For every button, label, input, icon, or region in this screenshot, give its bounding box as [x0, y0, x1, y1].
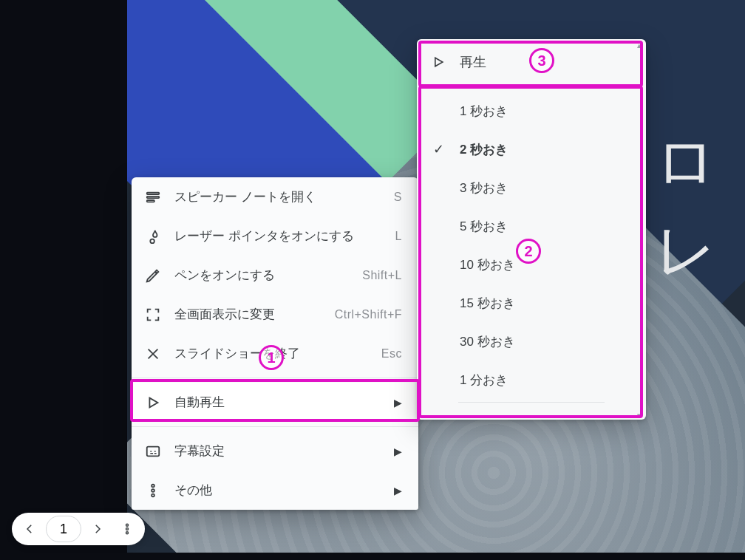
svg-point-6 [152, 494, 154, 496]
menu-item-label: スピーカー ノートを開く [174, 188, 394, 205]
menu-item-label: レーザー ポインタをオンにする [174, 228, 395, 245]
submenu-item-label: 1 分おき [460, 372, 646, 389]
chevron-right-icon: ▶ [394, 485, 418, 496]
menu-item-shortcut: Ctrl+Shift+F [335, 308, 418, 321]
menu-separator [132, 426, 418, 427]
svg-point-8 [126, 528, 129, 530]
submenu-item-label: 2 秒おき [460, 141, 646, 158]
laser-pointer-icon [132, 228, 174, 245]
menu-item-speaker-notes[interactable]: スピーカー ノートを開く S [132, 177, 418, 216]
next-slide-button[interactable] [83, 514, 112, 544]
autoplay-submenu: 再生 1 秒おき ✓ 2 秒おき 3 秒おき 5 秒おき 10 秒おき [417, 39, 646, 420]
submenu-item-every-1m[interactable]: 1 分おき [417, 361, 646, 399]
submenu-item-every-5s[interactable]: 5 秒おき [417, 207, 646, 245]
submenu-item-every-3s[interactable]: 3 秒おき [417, 168, 646, 207]
menu-item-exit-slideshow[interactable]: スライドショーを終了 Esc [132, 334, 418, 373]
presenter-options-menu: スピーカー ノートを開く S レーザー ポインタをオンにする L ペンをオンにす… [132, 177, 418, 510]
play-icon [417, 55, 460, 69]
menu-item-pen[interactable]: ペンをオンにする Shift+L [132, 256, 418, 295]
svg-point-5 [152, 489, 154, 492]
submenu-item-every-2s[interactable]: ✓ 2 秒おき [417, 130, 646, 168]
menu-item-autoplay[interactable]: 自動再生 ▶ [132, 383, 418, 422]
menu-item-label: ペンをオンにする [174, 267, 362, 284]
chevron-right-icon [91, 522, 104, 536]
submenu-separator [458, 88, 605, 89]
pen-icon [132, 267, 174, 284]
menu-item-label: 字幕設定 [174, 443, 394, 460]
menu-item-label: その他 [174, 482, 394, 499]
autoplay-submenu-scroll[interactable]: 再生 1 秒おき ✓ 2 秒おき 3 秒おき 5 秒おき 10 秒おき [417, 39, 646, 420]
svg-rect-2 [147, 200, 154, 202]
submenu-item-every-15s[interactable]: 15 秒おき [417, 284, 646, 322]
prev-slide-button[interactable] [15, 514, 44, 544]
menu-item-label: 自動再生 [174, 394, 394, 411]
speaker-notes-icon [132, 189, 174, 205]
submenu-item-label: 1 秒おき [460, 103, 646, 120]
menu-item-laser-pointer[interactable]: レーザー ポインタをオンにする L [132, 216, 418, 256]
slideshow-stage: プロ プレ スピーカー ノートを開く S レーザー ポインタをオンにする L ペ… [0, 0, 745, 560]
more-options-button[interactable] [112, 514, 142, 544]
close-icon [132, 346, 174, 362]
menu-item-shortcut: Esc [381, 347, 418, 361]
chevron-right-icon: ▶ [394, 397, 418, 409]
menu-item-fullscreen[interactable]: 全画面表示に変更 Ctrl+Shift+F [132, 295, 418, 334]
svg-rect-1 [147, 196, 160, 197]
slide-number-value: 1 [60, 522, 67, 537]
menu-separator [132, 378, 418, 378]
chevron-right-icon: ▶ [394, 445, 418, 457]
submenu-item-label: 15 秒おき [460, 295, 646, 312]
slide-nav: 1 [12, 513, 145, 545]
more-vert-icon [132, 482, 174, 499]
chevron-left-icon [23, 522, 36, 536]
submenu-item-play[interactable]: 再生 [417, 39, 646, 85]
menu-item-label: 全画面表示に変更 [174, 306, 335, 323]
menu-item-shortcut: L [395, 230, 418, 243]
submenu-separator [458, 402, 605, 403]
svg-rect-0 [147, 192, 160, 194]
submenu-item-label: 再生 [460, 53, 646, 71]
play-icon [132, 395, 174, 411]
submenu-item-label: 3 秒おき [460, 180, 646, 197]
submenu-item-every-1s[interactable]: 1 秒おき [417, 92, 646, 130]
submenu-item-label: 30 秒おき [460, 333, 646, 350]
menu-item-label: スライドショーを終了 [174, 345, 381, 362]
svg-point-4 [152, 484, 154, 487]
more-vert-icon [120, 522, 134, 536]
menu-item-shortcut: S [394, 191, 418, 204]
submenu-item-label: 5 秒おき [460, 218, 646, 235]
fullscreen-icon [132, 307, 174, 323]
submenu-item-every-30s[interactable]: 30 秒おき [417, 322, 646, 361]
submenu-item-label: 10 秒おき [460, 256, 646, 273]
svg-rect-3 [147, 446, 160, 456]
menu-item-shortcut: Shift+L [362, 269, 418, 282]
checkmark-icon: ✓ [417, 141, 460, 157]
menu-item-other[interactable]: その他 ▶ [132, 471, 418, 510]
submenu-item-every-10s[interactable]: 10 秒おき [417, 245, 646, 284]
menu-item-captions[interactable]: 字幕設定 ▶ [132, 431, 418, 471]
captions-icon [132, 443, 174, 460]
svg-point-9 [126, 532, 129, 534]
slide-number-button[interactable]: 1 [46, 516, 81, 542]
svg-point-7 [126, 524, 129, 526]
